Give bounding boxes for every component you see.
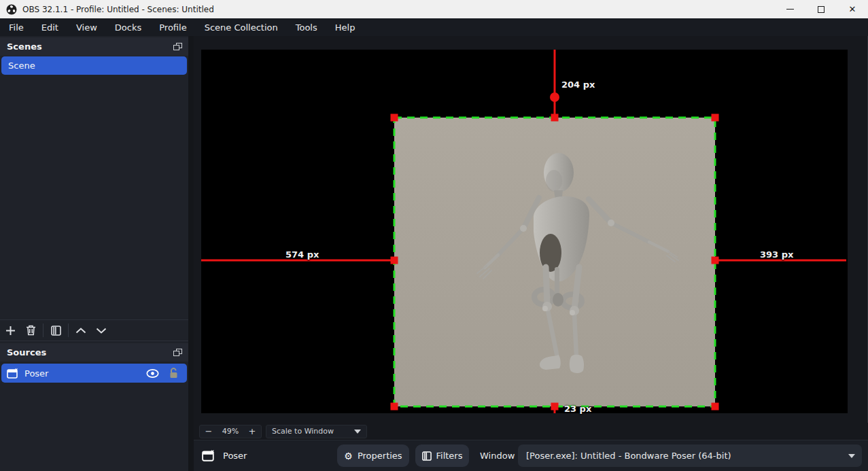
window-capture-icon <box>7 368 18 379</box>
title-bar: OBS 32.1.1 - Profile: Untitled - Scenes:… <box>0 0 868 18</box>
menu-item-docks[interactable]: Docks <box>106 18 150 36</box>
scale-mode-label: Scale to Window <box>272 427 334 436</box>
preview-overlay <box>201 50 848 413</box>
scenes-toolbar <box>0 319 188 341</box>
zoom-bar: − 49% + Scale to Window <box>194 423 868 440</box>
context-source: Poser <box>202 440 247 471</box>
handle-middle-left <box>391 257 398 264</box>
measure-drag-dot[interactable] <box>550 92 559 102</box>
window-select-arrow <box>841 454 862 458</box>
move-up-button[interactable] <box>71 320 91 341</box>
remove-scene-button[interactable] <box>20 320 41 341</box>
handle-bottom-center <box>551 403 559 411</box>
menu-item-edit[interactable]: Edit <box>33 18 67 36</box>
menu-item-scene-collection[interactable]: Scene Collection <box>196 18 287 36</box>
window-select-value: [Poser.exe]: Untitled - Bondware Poser (… <box>526 451 841 461</box>
filters-button-label: Filters <box>436 451 463 461</box>
menu-item-file[interactable]: File <box>0 18 33 36</box>
trash-icon <box>26 325 36 336</box>
chevron-down-icon <box>96 328 107 334</box>
maximize-icon <box>818 6 824 13</box>
toolbar-separator <box>43 324 44 337</box>
handle-bottom-left <box>391 403 398 411</box>
handle-top-center <box>551 114 559 122</box>
minimize-button[interactable] <box>774 0 805 18</box>
window-title: OBS 32.1.1 - Profile: Untitled - Scenes:… <box>22 5 214 14</box>
scenes-title: Scenes <box>7 41 173 52</box>
source-item-label: Poser <box>24 368 146 379</box>
visibility-button[interactable] <box>146 369 159 378</box>
scene-item-label: Scene <box>8 60 35 71</box>
filters-icon <box>422 451 432 461</box>
zoom-controls: − 49% + <box>199 425 262 438</box>
plus-icon <box>5 326 16 336</box>
handle-top-left <box>391 114 398 122</box>
popout-icon[interactable] <box>173 43 182 50</box>
gear-icon: ⚙ <box>344 451 353 461</box>
chevron-down-icon <box>354 430 361 434</box>
window-capture-icon <box>202 450 215 461</box>
maximize-button[interactable] <box>805 0 837 18</box>
measure-label-bottom: 23 px <box>564 404 591 414</box>
window-controls: ✕ <box>774 0 868 18</box>
filters-icon <box>51 326 61 336</box>
popout-icon[interactable] <box>173 349 182 356</box>
measure-label-right: 393 px <box>760 249 793 260</box>
source-item-poser[interactable]: Poser <box>1 364 187 383</box>
menu-item-profile[interactable]: Profile <box>150 18 195 36</box>
obs-logo-icon <box>6 4 17 15</box>
sources-title: Sources <box>7 347 173 357</box>
properties-button-label: Properties <box>358 451 402 461</box>
measure-label-top: 204 px <box>561 80 595 90</box>
filters-button[interactable]: Filters <box>415 444 469 467</box>
chevron-down-icon <box>848 454 855 458</box>
window-select[interactable]: [Poser.exe]: Untitled - Bondware Poser (… <box>518 444 862 467</box>
move-down-button[interactable] <box>91 320 111 341</box>
menu-item-tools[interactable]: Tools <box>287 18 326 36</box>
preview-canvas[interactable] <box>201 50 848 413</box>
unlock-icon <box>169 368 179 379</box>
scene-item[interactable]: Scene <box>1 56 187 75</box>
add-scene-button[interactable] <box>0 320 20 341</box>
sources-header: Sources <box>0 343 188 362</box>
minimize-icon <box>786 9 794 10</box>
context-source-label: Poser <box>223 451 247 461</box>
close-icon: ✕ <box>849 4 856 14</box>
scale-mode-dropdown[interactable]: Scale to Window <box>266 425 367 438</box>
chevron-up-icon <box>75 328 86 334</box>
lock-button[interactable] <box>169 368 179 379</box>
properties-button[interactable]: ⚙ Properties <box>337 444 409 467</box>
scene-filters-button[interactable] <box>46 320 66 341</box>
close-button[interactable]: ✕ <box>837 0 868 18</box>
zoom-in-button[interactable]: + <box>243 425 261 438</box>
scenes-header: Scenes <box>0 37 188 56</box>
handle-bottom-right <box>712 403 719 411</box>
zoom-level: 49% <box>218 427 243 436</box>
zoom-out-button[interactable]: − <box>200 425 218 438</box>
toolbar-separator <box>68 324 69 337</box>
eye-icon <box>146 369 159 378</box>
measure-label-left: 574 px <box>285 249 319 260</box>
source-context-bar: Poser ⚙ Properties Filters Window [Poser… <box>194 440 868 471</box>
handle-middle-right <box>712 257 719 264</box>
window-property-label: Window <box>480 440 515 471</box>
left-dock-column: Scenes Scene <box>0 36 188 471</box>
handle-top-right <box>712 114 719 122</box>
menu-bar: File Edit View Docks Profile Scene Colle… <box>0 18 868 36</box>
menu-item-view[interactable]: View <box>67 18 106 36</box>
menu-item-help[interactable]: Help <box>326 18 364 36</box>
